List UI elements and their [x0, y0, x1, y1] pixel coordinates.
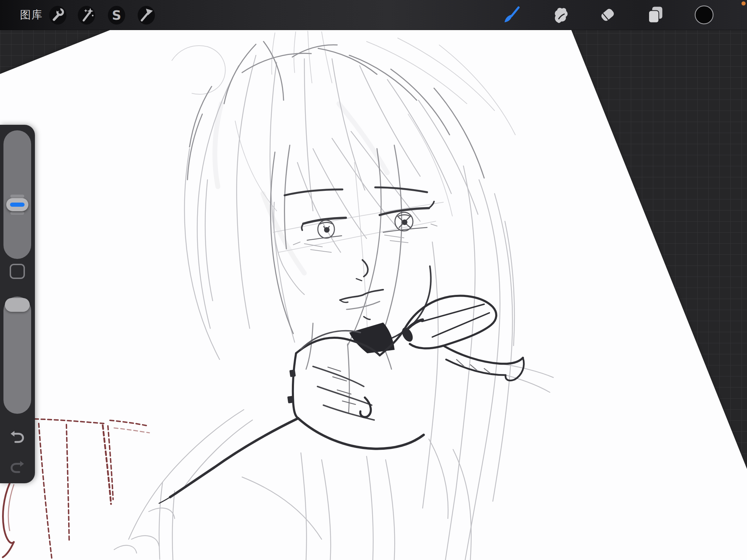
brush-icon	[502, 6, 520, 24]
undo-icon	[10, 429, 25, 444]
color-swatch-button[interactable]	[694, 4, 714, 25]
brush-tool-button[interactable]	[501, 4, 522, 25]
brush-opacity-knob[interactable]	[5, 298, 30, 312]
layers-icon	[646, 6, 665, 24]
adjustments-button[interactable]	[77, 5, 96, 25]
wrench-icon	[49, 7, 66, 24]
actions-button[interactable]	[48, 5, 67, 25]
app-window: 图库 S	[0, 0, 747, 560]
selection-button[interactable]: S	[107, 5, 126, 25]
magic-wand-icon	[78, 7, 95, 24]
undo-button[interactable]	[10, 429, 25, 444]
redo-button[interactable]	[10, 459, 25, 474]
workspace	[0, 0, 747, 560]
arrow-cursor-icon	[138, 7, 155, 24]
transform-button[interactable]	[137, 5, 156, 25]
recording-status-dot	[741, 1, 746, 6]
brush-size-accent	[10, 203, 25, 207]
eraser-icon	[598, 6, 617, 24]
smudge-tool-button[interactable]	[549, 4, 570, 25]
brush-size-knob[interactable]	[6, 198, 28, 211]
slider-tick-lower	[10, 212, 24, 215]
svg-text:S: S	[112, 8, 121, 23]
brush-opacity-slider[interactable]	[3, 297, 31, 414]
brush-sidebar	[0, 125, 35, 483]
top-toolbar: 图库 S	[0, 0, 747, 30]
gallery-button[interactable]: 图库	[20, 0, 43, 30]
eraser-tool-button[interactable]	[597, 4, 618, 25]
color-swatch-icon	[694, 4, 714, 25]
layers-button[interactable]	[645, 4, 666, 25]
s-curve-icon: S	[108, 7, 125, 24]
modify-button[interactable]	[10, 264, 25, 279]
finger-icon	[550, 6, 569, 24]
redo-icon	[10, 459, 25, 474]
slider-tick-upper	[10, 195, 24, 198]
brush-size-slider[interactable]	[3, 130, 31, 259]
